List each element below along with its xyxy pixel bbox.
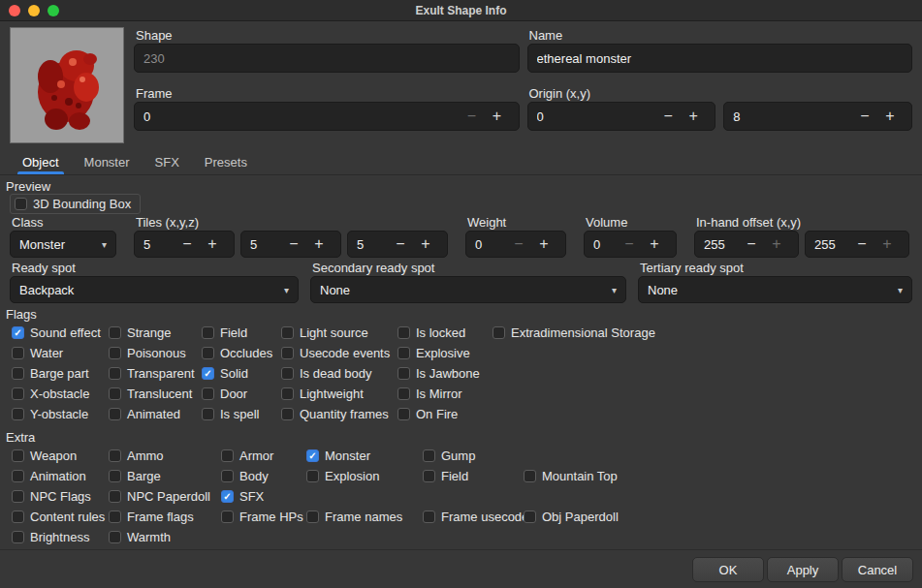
flag-checkbox-door[interactable]: Door [202,387,281,401]
extra-checkbox-ammo[interactable]: Ammo [109,449,221,463]
flag-checkbox-is-jawbone[interactable]: Is Jawbone [397,366,493,381]
ready-spot-dropdown[interactable]: Backpack ▾ [10,276,299,303]
volume-decrement-button[interactable]: − [617,232,642,257]
inhand-x-spinner[interactable]: 255 − + [694,231,799,258]
flag-checkbox-translucent[interactable]: Translucent [109,387,202,401]
frame-increment-button[interactable]: + [485,103,510,130]
extra-checkbox-body[interactable]: Body [221,469,306,483]
origin-y-decrement-button[interactable]: − [852,103,877,130]
extra-checkbox-warmth[interactable]: Warmth [109,530,221,544]
secondary-ready-spot-dropdown[interactable]: None ▾ [310,276,626,303]
tiles-z-increment-button[interactable]: + [413,232,438,257]
flag-checkbox-barge-part[interactable]: Barge part [12,366,109,381]
tab-monster[interactable]: Monster [72,149,143,174]
flag-checkbox-on-fire[interactable]: On Fire [397,407,493,421]
cancel-button[interactable]: Cancel [842,557,913,582]
extra-checkbox-brightness[interactable]: Brightness [12,530,109,544]
flag-checkbox-is-spell[interactable]: Is spell [202,407,281,421]
extra-checkbox-content-rules[interactable]: Content rules [12,510,109,524]
flag-checkbox-solid[interactable]: ✓Solid [202,366,281,381]
extra-checkbox-sfx[interactable]: ✓SFX [221,489,306,504]
extra-checkbox-armor[interactable]: Armor [221,449,306,463]
tab-presets[interactable]: Presets [192,149,260,174]
volume-spinner[interactable]: 0 − + [584,231,677,258]
extra-checkbox-monster[interactable]: ✓Monster [306,449,423,463]
tertiary-ready-spot-dropdown[interactable]: None ▾ [638,276,912,303]
extra-checkbox-npc-paperdoll[interactable]: NPC Paperdoll [109,489,221,504]
tiles-z-spinner[interactable]: 5 − + [347,231,448,258]
extra-checkbox-barge[interactable]: Barge [109,469,221,483]
tiles-x-decrement-button[interactable]: − [175,232,200,257]
frame-decrement-button[interactable]: − [460,103,485,130]
flag-checkbox-animated[interactable]: Animated [109,407,202,421]
checkbox-icon [109,387,121,400]
origin-x-decrement-button[interactable]: − [655,103,681,130]
extra-checkbox-gump[interactable]: Gump [423,449,524,463]
checkbox-label: Obj Paperdoll [542,510,619,524]
flag-checkbox-quantity-frames[interactable]: Quantity frames [281,407,397,421]
flag-checkbox-is-dead-body[interactable]: Is dead body [281,366,397,381]
extra-checkbox-field[interactable]: Field [423,469,524,483]
flag-checkbox-poisonous[interactable]: Poisonous [109,346,202,360]
bounding-box-checkbox[interactable]: 3D Bounding Box [15,197,131,211]
tiles-x-spinner[interactable]: 5 − + [134,231,235,258]
zoom-window-button[interactable] [48,5,59,16]
inhand-y-spinner[interactable]: 255 − + [805,231,909,258]
minimize-window-button[interactable] [28,5,40,16]
flag-checkbox-light-source[interactable]: Light source [281,325,397,340]
flag-checkbox-extradimensional-storage[interactable]: Extradimensional Storage [493,325,910,340]
close-window-button[interactable] [9,5,20,16]
weight-spinner[interactable]: 0 − + [465,231,566,258]
extra-checkbox-frame-hps[interactable]: Frame HPs [221,510,306,524]
tiles-y-spinner[interactable]: 5 − + [240,231,341,258]
apply-button[interactable]: Apply [767,557,839,582]
flag-checkbox-is-locked[interactable]: Is locked [397,325,493,340]
flag-checkbox-occludes[interactable]: Occludes [202,346,281,360]
tiles-x-increment-button[interactable]: + [200,232,225,257]
volume-increment-button[interactable]: + [642,232,667,257]
origin-x-increment-button[interactable]: + [681,103,706,130]
tab-object[interactable]: Object [10,149,72,174]
flag-checkbox-y-obstacle[interactable]: Y-obstacle [12,407,109,421]
extra-checkbox-frame-usecode[interactable]: Frame usecode [423,510,524,524]
flag-checkbox-x-obstacle[interactable]: X-obstacle [12,387,109,401]
flag-checkbox-transparent[interactable]: Transparent [109,366,202,381]
extra-checkbox-frame-names[interactable]: Frame names [306,510,423,524]
flag-checkbox-strange[interactable]: Strange [109,325,202,340]
tiles-y-decrement-button[interactable]: − [281,232,306,257]
extra-section-label: Extra [0,426,922,445]
inhand-y-increment-button[interactable]: + [874,232,900,257]
tab-sfx[interactable]: SFX [143,149,192,174]
inhand-y-decrement-button[interactable]: − [849,232,874,257]
class-dropdown[interactable]: Monster ▾ [10,231,116,258]
weight-decrement-button[interactable]: − [506,232,531,257]
extra-checkbox-weapon[interactable]: Weapon [12,449,109,463]
extra-checkbox-mountain-top[interactable]: Mountain Top [524,469,910,483]
extra-checkbox-npc-flags[interactable]: NPC Flags [12,489,109,504]
flag-checkbox-field[interactable]: Field [202,325,281,340]
checkbox-label: Is spell [220,407,259,421]
flag-checkbox-sound-effect[interactable]: ✓Sound effect [12,325,109,340]
flag-checkbox-water[interactable]: Water [12,346,109,360]
origin-y-spinner[interactable]: 8 − + [723,102,912,131]
origin-y-increment-button[interactable]: + [877,103,903,130]
inhand-x-decrement-button[interactable]: − [739,232,764,257]
extra-checkbox-explosion[interactable]: Explosion [306,469,423,483]
flag-checkbox-is-mirror[interactable]: Is Mirror [397,387,493,401]
inhand-y-value: 255 [814,237,849,252]
ok-button[interactable]: OK [692,557,764,582]
flag-checkbox-explosive[interactable]: Explosive [397,346,493,360]
tiles-y-increment-button[interactable]: + [306,232,332,257]
origin-x-spinner[interactable]: 0 − + [527,102,716,131]
flag-checkbox-usecode-events[interactable]: Usecode events [281,346,397,360]
ready-spots-row: Ready spot Backpack ▾ Secondary ready sp… [0,260,922,303]
tiles-z-decrement-button[interactable]: − [388,232,413,257]
frame-spinner[interactable]: 0 − + [134,102,520,131]
extra-checkbox-obj-paperdoll[interactable]: Obj Paperdoll [524,510,910,524]
extra-checkbox-animation[interactable]: Animation [12,469,109,483]
extra-checkbox-frame-flags[interactable]: Frame flags [109,510,221,524]
weight-increment-button[interactable]: + [531,232,556,257]
flag-checkbox-lightweight[interactable]: Lightweight [281,387,397,401]
inhand-x-increment-button[interactable]: + [764,232,789,257]
name-input[interactable]: ethereal monster [527,44,913,73]
